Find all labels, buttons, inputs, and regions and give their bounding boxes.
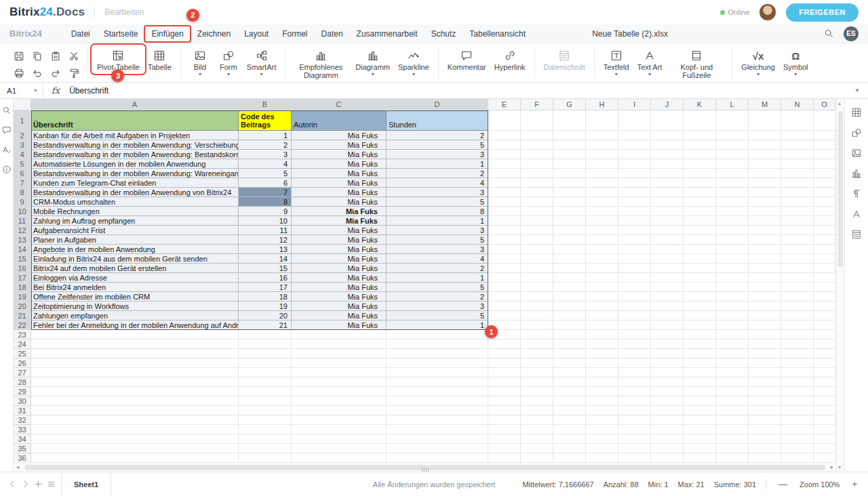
cell-K36[interactable] bbox=[684, 453, 716, 462]
cell-J7[interactable] bbox=[651, 178, 684, 188]
cell-G27[interactable] bbox=[553, 368, 586, 377]
zoom-level[interactable]: Zoom 100% bbox=[800, 480, 840, 489]
cell-O24[interactable] bbox=[814, 339, 835, 349]
cell-E24[interactable] bbox=[488, 339, 521, 349]
cell-O5[interactable] bbox=[814, 159, 835, 169]
add-sheet-button[interactable] bbox=[34, 480, 43, 489]
horizontal-scrollbar[interactable]: ◂ ▸ bbox=[14, 462, 836, 472]
cell-G7[interactable] bbox=[553, 178, 586, 188]
cell-B16[interactable]: 15 bbox=[239, 264, 292, 273]
cell-N29[interactable] bbox=[781, 387, 814, 396]
cell-F36[interactable] bbox=[521, 453, 553, 462]
cell-N27[interactable] bbox=[781, 368, 814, 377]
cell-L12[interactable] bbox=[716, 226, 749, 235]
cell-D36[interactable] bbox=[387, 453, 488, 462]
paragraph-settings-button[interactable] bbox=[851, 188, 862, 199]
cell-C26[interactable] bbox=[292, 358, 387, 368]
cell-K15[interactable] bbox=[684, 254, 716, 264]
cell-N36[interactable] bbox=[781, 453, 814, 462]
cell-B1[interactable]: Code des Beitrags bbox=[239, 110, 292, 131]
cell-C31[interactable] bbox=[292, 406, 387, 415]
cell-G12[interactable] bbox=[553, 226, 586, 235]
cell-F3[interactable] bbox=[521, 140, 553, 150]
cell-H36[interactable] bbox=[586, 453, 618, 462]
cell-I30[interactable] bbox=[618, 396, 651, 406]
cell-A21[interactable]: Zahlungen empfangen bbox=[31, 311, 239, 321]
toolbar-button-kopf-und-fußzeile[interactable]: Kopf- und Fußzeile bbox=[666, 46, 727, 81]
cell-O26[interactable] bbox=[814, 358, 835, 368]
save-button[interactable] bbox=[9, 47, 28, 64]
cell-F4[interactable] bbox=[521, 150, 553, 159]
cell-L31[interactable] bbox=[716, 406, 749, 415]
cell-O17[interactable] bbox=[814, 273, 835, 283]
cell-I8[interactable] bbox=[618, 188, 651, 197]
cell-G31[interactable] bbox=[553, 406, 586, 415]
cell-L32[interactable] bbox=[716, 415, 749, 425]
cell-I13[interactable] bbox=[618, 235, 651, 245]
row-header-21[interactable]: 21 bbox=[14, 311, 31, 321]
cell-B9[interactable]: 8 bbox=[239, 197, 292, 207]
cell-N28[interactable] bbox=[781, 377, 814, 387]
cell-G6[interactable] bbox=[553, 169, 586, 178]
cell-H22[interactable] bbox=[586, 321, 618, 330]
cell-E36[interactable] bbox=[488, 453, 521, 462]
cell-A13[interactable]: Planer in Aufgaben bbox=[31, 235, 239, 245]
cell-O16[interactable] bbox=[814, 264, 835, 273]
cell-D2[interactable]: 2 bbox=[387, 131, 488, 140]
cell-O23[interactable] bbox=[814, 330, 835, 339]
cell-B4[interactable]: 3 bbox=[239, 150, 292, 159]
cell-E31[interactable] bbox=[488, 406, 521, 415]
toolbar-button-kommentar[interactable]: Kommentar bbox=[443, 46, 490, 73]
copy-button[interactable] bbox=[28, 47, 46, 64]
toolbar-button-bild[interactable]: Bild▼ bbox=[186, 46, 214, 79]
cell-D31[interactable] bbox=[387, 406, 488, 415]
cell-H24[interactable] bbox=[586, 339, 618, 349]
cell-H30[interactable] bbox=[586, 396, 618, 406]
cell-C2[interactable]: Mia Fuks bbox=[292, 131, 387, 140]
cell-M32[interactable] bbox=[749, 415, 781, 425]
row-header-32[interactable]: 32 bbox=[14, 415, 31, 425]
cell-L33[interactable] bbox=[716, 425, 749, 434]
vertical-scrollbar[interactable]: ▴ ▾ bbox=[836, 99, 844, 472]
cell-F10[interactable] bbox=[521, 207, 553, 216]
cell-I33[interactable] bbox=[618, 425, 651, 434]
cell-N25[interactable] bbox=[781, 349, 814, 358]
cell-O6[interactable] bbox=[814, 169, 835, 178]
column-header-L[interactable]: L bbox=[716, 99, 749, 110]
cell-E26[interactable] bbox=[488, 358, 521, 368]
cell-H6[interactable] bbox=[586, 169, 618, 178]
cell-K14[interactable] bbox=[684, 245, 716, 254]
cell-N32[interactable] bbox=[781, 415, 814, 425]
row-header-2[interactable]: 2 bbox=[14, 131, 31, 140]
cell-L2[interactable] bbox=[716, 131, 749, 140]
cell-M19[interactable] bbox=[749, 292, 781, 302]
cell-C24[interactable] bbox=[292, 339, 387, 349]
cell-K22[interactable] bbox=[684, 321, 716, 330]
column-header-M[interactable]: M bbox=[749, 99, 781, 110]
cell-N18[interactable] bbox=[781, 283, 814, 292]
cell-N31[interactable] bbox=[781, 406, 814, 415]
cell-O7[interactable] bbox=[814, 178, 835, 188]
cell-K27[interactable] bbox=[684, 368, 716, 377]
cell-K17[interactable] bbox=[684, 273, 716, 283]
cell-N9[interactable] bbox=[781, 197, 814, 207]
cell-H21[interactable] bbox=[586, 311, 618, 321]
row-header-15[interactable]: 15 bbox=[14, 254, 31, 264]
cell-B15[interactable]: 14 bbox=[239, 254, 292, 264]
cell-E8[interactable] bbox=[488, 188, 521, 197]
cell-H11[interactable] bbox=[586, 216, 618, 226]
search-button[interactable] bbox=[2, 106, 12, 115]
cell-O12[interactable] bbox=[814, 226, 835, 235]
cell-K10[interactable] bbox=[684, 207, 716, 216]
cell-H13[interactable] bbox=[586, 235, 618, 245]
cell-J33[interactable] bbox=[651, 425, 684, 434]
cell-D29[interactable] bbox=[387, 387, 488, 396]
cell-F29[interactable] bbox=[521, 387, 553, 396]
cell-D12[interactable]: 3 bbox=[387, 226, 488, 235]
cell-N19[interactable] bbox=[781, 292, 814, 302]
cell-N6[interactable] bbox=[781, 169, 814, 178]
cell-B23[interactable] bbox=[239, 330, 292, 339]
cell-H3[interactable] bbox=[586, 140, 618, 150]
cell-G28[interactable] bbox=[553, 377, 586, 387]
undo-button[interactable] bbox=[28, 64, 46, 81]
